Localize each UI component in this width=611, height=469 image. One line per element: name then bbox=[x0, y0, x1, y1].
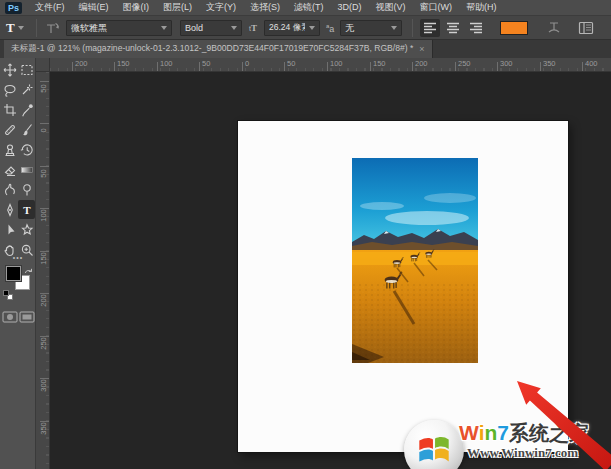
separator bbox=[412, 19, 413, 37]
chevron-down-icon bbox=[391, 26, 397, 30]
menu-image[interactable]: 图像(I) bbox=[116, 0, 157, 15]
brush-tool[interactable] bbox=[18, 120, 35, 139]
document-title: 未标题-1 @ 121% (magazine-unlock-01-2.3.101… bbox=[11, 43, 413, 55]
document-canvas[interactable] bbox=[238, 121, 568, 452]
document-tab-bar: 未标题-1 @ 121% (magazine-unlock-01-2.3.101… bbox=[0, 40, 611, 58]
menu-file[interactable]: 文件(F) bbox=[28, 0, 72, 15]
dodge-tool[interactable] bbox=[18, 180, 35, 199]
menu-window[interactable]: 窗口(W) bbox=[413, 0, 460, 15]
type-tool-preset[interactable]: T bbox=[6, 20, 30, 36]
lasso-tool[interactable] bbox=[1, 80, 18, 99]
vertical-ruler: 50 0 50 100 150 200 250 300 350 bbox=[36, 72, 50, 469]
brand-letter: W bbox=[459, 421, 479, 444]
menu-type[interactable]: 文字(Y) bbox=[199, 0, 243, 15]
ps-logo: Ps bbox=[5, 2, 22, 14]
svg-text:T: T bbox=[23, 204, 31, 216]
path-select-tool[interactable] bbox=[1, 220, 18, 239]
canvas-area[interactable] bbox=[50, 72, 611, 469]
menu-select[interactable]: 选择(S) bbox=[243, 0, 287, 15]
color-swatches bbox=[0, 258, 36, 304]
history-brush-tool[interactable] bbox=[18, 140, 35, 159]
menu-layer[interactable]: 图层(L) bbox=[156, 0, 199, 15]
eyedropper-tool[interactable] bbox=[18, 100, 35, 119]
chevron-down-icon bbox=[231, 26, 237, 30]
clone-stamp-tool[interactable] bbox=[1, 140, 18, 159]
smudge-tool[interactable] bbox=[1, 180, 18, 199]
chevron-down-icon bbox=[161, 26, 167, 30]
type-tool-icon: T bbox=[6, 20, 15, 36]
text-orientation-icon[interactable] bbox=[44, 20, 60, 40]
toggle-panels-icon[interactable] bbox=[578, 21, 594, 39]
document-tab[interactable]: 未标题-1 @ 121% (magazine-unlock-01-2.3.101… bbox=[4, 40, 433, 58]
move-tool[interactable] bbox=[1, 60, 18, 79]
tool-panel: T ••• bbox=[0, 58, 36, 469]
font-size-select[interactable]: 26.24 像素 bbox=[264, 20, 320, 36]
align-right-button[interactable] bbox=[466, 19, 486, 37]
marquee-tool[interactable] bbox=[18, 60, 35, 79]
warp-text-icon[interactable] bbox=[546, 21, 562, 39]
menu-bar: Ps 文件(F) 编辑(E) 图像(I) 图层(L) 文字(Y) 选择(S) 滤… bbox=[0, 0, 611, 16]
crop-tool[interactable] bbox=[1, 100, 18, 119]
font-style-select[interactable]: Bold bbox=[180, 20, 242, 36]
win7-watermark-text: Win7系统之家 bbox=[459, 420, 589, 447]
chevron-down-icon bbox=[18, 26, 24, 30]
separator bbox=[36, 19, 37, 37]
win7-watermark-url: Www.Winwin7.com bbox=[467, 445, 578, 461]
font-family-value: 微软雅黑 bbox=[71, 22, 157, 35]
eraser-tool[interactable] bbox=[1, 160, 18, 179]
menu-3d[interactable]: 3D(D) bbox=[331, 0, 369, 15]
menu-help[interactable]: 帮助(H) bbox=[459, 0, 504, 15]
photoshop-window: Ps 文件(F) 编辑(E) 图像(I) 图层(L) 文字(Y) 选择(S) 滤… bbox=[0, 0, 611, 469]
type-tool[interactable]: T bbox=[18, 200, 35, 219]
text-color-swatch[interactable] bbox=[500, 21, 528, 35]
chevron-down-icon bbox=[309, 26, 315, 30]
align-center-button[interactable] bbox=[443, 19, 463, 37]
windows-flag-icon bbox=[413, 429, 455, 469]
anti-alias-icon: aa bbox=[326, 23, 334, 34]
horizontal-ruler: 200 150 100 50 0 50 100 150 200 250 300 … bbox=[50, 58, 611, 72]
menu-edit[interactable]: 编辑(E) bbox=[72, 0, 116, 15]
brand-letter: 7 bbox=[497, 421, 509, 444]
tool-options-bar: T 微软雅黑 Bold tT 26.24 像素 aa 无 bbox=[0, 16, 611, 40]
close-tab-icon[interactable]: × bbox=[419, 44, 424, 54]
magic-wand-tool[interactable] bbox=[18, 80, 35, 99]
screen-mode-icon[interactable] bbox=[19, 310, 35, 324]
placed-photo-antelopes bbox=[352, 158, 478, 363]
font-size-icon: tT bbox=[249, 23, 257, 33]
font-size-value: 26.24 像素 bbox=[269, 22, 305, 34]
healing-brush-tool[interactable] bbox=[1, 120, 18, 139]
menu-view[interactable]: 视图(V) bbox=[369, 0, 413, 15]
gradient-tool[interactable] bbox=[18, 160, 35, 179]
default-colors-icon[interactable] bbox=[3, 290, 13, 300]
anti-alias-select[interactable]: 无 bbox=[340, 20, 402, 36]
font-style-value: Bold bbox=[185, 23, 227, 33]
ruler-corner bbox=[36, 58, 50, 72]
anti-alias-value: 无 bbox=[345, 22, 387, 35]
custom-shape-tool[interactable] bbox=[18, 220, 35, 239]
menu-filter[interactable]: 滤镜(T) bbox=[287, 0, 331, 15]
align-left-button[interactable] bbox=[420, 19, 440, 37]
pen-tool[interactable] bbox=[1, 200, 18, 219]
font-family-select[interactable]: 微软雅黑 bbox=[66, 20, 172, 36]
foreground-color-swatch[interactable] bbox=[6, 266, 21, 281]
brand-suffix: 系统之家 bbox=[509, 422, 589, 444]
brand-letter: n bbox=[484, 421, 497, 444]
quick-mask-icon[interactable] bbox=[2, 310, 18, 324]
